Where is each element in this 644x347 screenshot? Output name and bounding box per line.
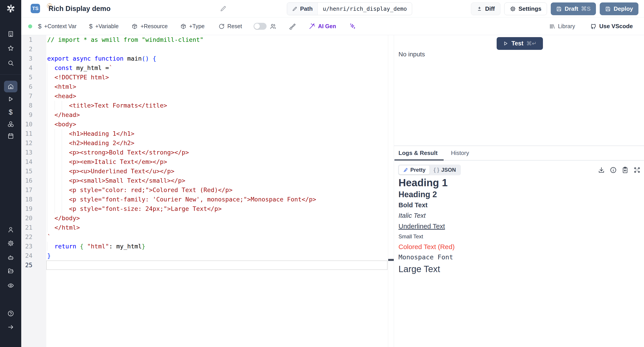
code-line[interactable]: 15 <p><u>Underlined Text</u></p> (21, 166, 388, 176)
code-line[interactable]: 3export async function main() { (21, 54, 388, 63)
line-number: 3 (21, 54, 32, 63)
expand-icon[interactable] (633, 166, 641, 174)
header: TS Rich Display demo Path u/henri/rich_d… (21, 0, 644, 18)
sidebar-item-arrow-right[interactable] (8, 324, 14, 330)
line-number: 15 (21, 166, 32, 176)
sidebar-item-dollar[interactable]: $ (9, 109, 12, 116)
code-text: // import * as wmill from "windmill-clie… (32, 35, 204, 44)
diff-mode-toggle[interactable] (254, 23, 266, 30)
sidebar-item-user[interactable] (8, 226, 14, 233)
line-number: 13 (21, 148, 32, 157)
status-dot (28, 24, 32, 28)
sidebar-item-play[interactable] (8, 96, 14, 102)
code-text: <p><small>Small Text</small></p> (32, 176, 185, 185)
windmill-logo[interactable] (6, 3, 16, 14)
code-line[interactable]: 25 (21, 260, 388, 270)
sparkles-icon[interactable] (349, 23, 356, 30)
code-text: return { "html": my_html} (32, 242, 145, 251)
code-line[interactable]: 8 <title>Text Formats</title> (21, 101, 388, 110)
users-icon[interactable] (270, 23, 276, 30)
result-text-small: Small Text (398, 232, 644, 242)
code-text: </body> (32, 214, 80, 223)
code-line[interactable]: 5 <!DOCTYPE html> (21, 73, 388, 82)
code-line[interactable]: 6 <html> (21, 82, 388, 92)
line-number: 4 (21, 63, 32, 73)
code-text: <h2>Heading 2</h2> (32, 138, 134, 148)
add-type-button[interactable]: +Type (180, 23, 204, 30)
add-context-var-button[interactable]: $ +Context Var (38, 23, 76, 30)
code-line[interactable]: 13 <p><strong>Bold Text</strong></p> (21, 148, 388, 157)
format-brush-icon[interactable] (289, 23, 296, 30)
sidebar-item-boxes[interactable] (8, 121, 14, 128)
code-line[interactable]: 10 <body> (21, 120, 388, 129)
sidebar-item-search[interactable] (8, 60, 14, 66)
code-line[interactable]: 21 </html> (21, 223, 388, 232)
library-button[interactable]: Library (549, 23, 575, 30)
sidebar-item-settings[interactable] (8, 240, 14, 246)
draft-shortcut: ⌘S (581, 5, 590, 12)
code-line[interactable]: 22` (21, 232, 388, 242)
code-line[interactable]: 1// import * as wmill from "windmill-cli… (21, 35, 388, 44)
code-line[interactable]: 7 <head> (21, 92, 388, 101)
library-icon (549, 23, 555, 30)
code-line[interactable]: 14 <p><em>Italic Text</em></p> (21, 157, 388, 166)
add-variable-button[interactable]: $ +Variable (89, 23, 118, 30)
test-button[interactable]: Test ⌘↵ (497, 37, 543, 50)
edit-summary-icon[interactable] (220, 5, 226, 12)
draft-button[interactable]: Draft ⌘S (551, 2, 596, 15)
line-number: 20 (21, 214, 32, 223)
deploy-button[interactable]: Deploy (600, 2, 638, 15)
reset-button[interactable]: Reset (218, 23, 242, 30)
windmill-logo-icon (6, 3, 16, 14)
sidebar-item-help[interactable] (8, 310, 14, 317)
line-number: 17 (21, 185, 32, 195)
test-shortcut: ⌘↵ (526, 40, 537, 47)
line-number: 22 (21, 232, 32, 242)
code-line[interactable]: 4 const my_html =` (21, 63, 388, 73)
code-line[interactable]: 18 <p style="font-family: 'Courier New',… (21, 195, 388, 204)
sidebar-item-building[interactable] (8, 31, 14, 37)
result-text-underline: Underlined Text (398, 221, 644, 232)
code-line[interactable]: 24} (21, 251, 388, 260)
settings-button[interactable]: Settings (504, 2, 547, 15)
code-lines: 1// import * as wmill from "windmill-cli… (21, 35, 388, 270)
code-text: </html> (32, 223, 80, 232)
json-view-button[interactable]: { } JSON (430, 166, 460, 174)
tab-logs-result[interactable]: Logs & Result (398, 150, 438, 156)
code-line[interactable]: 9 </head> (21, 110, 388, 120)
sidebar-item-bot[interactable] (8, 254, 14, 261)
code-line[interactable]: 20 </body> (21, 214, 388, 223)
sidebar-item-star[interactable] (8, 45, 14, 52)
sidebar-item-folder[interactable] (8, 268, 14, 274)
package-icon (180, 23, 186, 30)
code-line[interactable]: 17 <p style="color: red;">Colored Text (… (21, 185, 388, 195)
sidebar-item-home[interactable] (4, 81, 18, 92)
splitter-handle[interactable] (388, 259, 394, 261)
add-resource-button[interactable]: +Resource (132, 23, 168, 30)
diff-button[interactable]: Diff (471, 2, 500, 15)
toggle-knob (254, 24, 260, 29)
info-icon[interactable] (610, 166, 617, 174)
tab-history[interactable]: History (451, 150, 469, 156)
code-line[interactable]: 2 (21, 44, 388, 54)
ai-gen-button[interactable]: AI Gen (308, 23, 336, 30)
code-line[interactable]: 12 <h2>Heading 2</h2> (21, 138, 388, 148)
code-text: <p style="font-family: 'Courier New', mo… (32, 195, 316, 204)
view-mode-switch: Pretty { } JSON (398, 164, 461, 175)
download-icon[interactable] (598, 166, 605, 174)
code-line[interactable]: 11 <h1>Heading 1</h1> (21, 129, 388, 138)
code-line[interactable]: 23 return { "html": my_html} (21, 242, 388, 251)
sidebar-item-eye[interactable] (8, 282, 14, 289)
sidebar-item-calendar[interactable] (8, 132, 14, 139)
path-field[interactable]: Path u/henri/rich_display_demo (287, 2, 412, 15)
gear-icon (510, 6, 516, 12)
code-editor[interactable]: 1// import * as wmill from "windmill-cli… (21, 35, 388, 347)
use-vscode-button[interactable]: Use VScode (590, 23, 633, 30)
path-value[interactable]: u/henri/rich_display_demo (318, 3, 412, 15)
copy-result-icon[interactable] (622, 166, 629, 174)
pretty-view-button[interactable]: Pretty (399, 166, 430, 174)
code-line[interactable]: 16 <p><small>Small Text</small></p> (21, 176, 388, 185)
right-panel: Test ⌘↵ No inputs Logs & Result History … (394, 35, 644, 347)
panel-splitter[interactable] (388, 35, 394, 347)
code-line[interactable]: 19 <p style="font-size: 24px;">Large Tex… (21, 204, 388, 214)
